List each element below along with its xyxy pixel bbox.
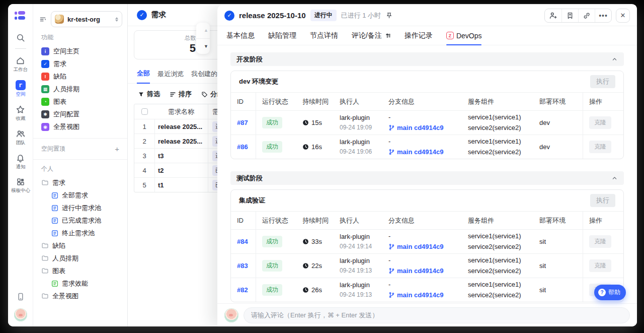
tree-item-全部需求[interactable]: 全部需求 bbox=[33, 189, 127, 202]
help-button[interactable]: ? 帮助 bbox=[594, 285, 626, 300]
run-id-link[interactable]: #87 bbox=[237, 119, 248, 126]
clone-button[interactable]: 克隆 bbox=[589, 141, 611, 153]
tree-item-进行中需求池[interactable]: 进行中需求池 bbox=[33, 202, 127, 214]
run-id-link[interactable]: #83 bbox=[237, 262, 248, 270]
sidebar-item-label: 空间配置 bbox=[53, 110, 79, 119]
module-icon: ◔ bbox=[41, 98, 49, 106]
clone-button[interactable]: 克隆 bbox=[589, 259, 611, 272]
tab-基本信息[interactable]: 基本信息 bbox=[226, 26, 255, 45]
rail-item-space[interactable]: r空间 bbox=[11, 80, 31, 97]
sidebar-item-人员排期[interactable]: ▦人员排期 bbox=[33, 83, 127, 95]
service-item: service2(service2) bbox=[468, 147, 533, 157]
branch-link[interactable]: main cd4914c9 bbox=[388, 290, 462, 300]
filter-button[interactable]: 筛选 bbox=[138, 90, 160, 99]
tree-item-已完成需求池[interactable]: 已完成需求池 bbox=[33, 214, 127, 227]
tab-操作记录[interactable]: 操作记录 bbox=[405, 26, 433, 45]
tree-item-label: 缺陷 bbox=[52, 241, 65, 250]
grid-icon bbox=[16, 177, 25, 186]
tab-我创建的[interactable]: 我创建的 bbox=[191, 70, 217, 83]
app-logo-icon[interactable] bbox=[15, 11, 27, 21]
tab-DevOps[interactable]: ZDevOps bbox=[446, 26, 482, 45]
tab-最近浏览[interactable]: 最近浏览 bbox=[157, 70, 184, 83]
sidebar-item-需求[interactable]: ✓需求 bbox=[33, 57, 127, 70]
tree-item-全景视图[interactable]: 全景视图 bbox=[33, 290, 127, 302]
row-number: 3 bbox=[134, 152, 154, 160]
col-header: 操作 bbox=[583, 93, 618, 110]
mobile-app-icon[interactable] bbox=[16, 292, 25, 301]
add-pin-button[interactable]: + bbox=[115, 145, 119, 153]
service-item: service2(service2) bbox=[468, 242, 533, 252]
add-member-icon[interactable] bbox=[545, 9, 561, 22]
select-all-checkbox[interactable] bbox=[141, 108, 148, 115]
tab-全部[interactable]: 全部 bbox=[137, 69, 150, 84]
service-item: service1(service1) bbox=[468, 231, 533, 241]
row-number: 1 bbox=[134, 123, 154, 130]
run-button[interactable]: 执行 bbox=[590, 75, 615, 88]
user-avatar[interactable] bbox=[14, 308, 27, 321]
tag-icon bbox=[201, 91, 208, 98]
chevron-up-icon[interactable] bbox=[611, 175, 618, 181]
clone-button[interactable]: 克隆 bbox=[589, 116, 611, 129]
branch-link[interactable]: main cd4914c9 bbox=[388, 147, 462, 157]
run-id-link[interactable]: #86 bbox=[237, 143, 248, 151]
sidebar-item-空间主页[interactable]: i空间主页 bbox=[33, 45, 127, 57]
executor-time: 09-24 19:13 bbox=[340, 290, 382, 300]
rail-item-favorites[interactable]: 收藏 bbox=[11, 105, 31, 121]
pipeline-run-row[interactable]: #86成功16slark-plugin09-24 19:06-main cd49… bbox=[231, 135, 623, 159]
clone-button[interactable]: 克隆 bbox=[589, 235, 611, 248]
module-icon: ▦ bbox=[41, 85, 49, 93]
stepper-up-icon[interactable]: ▲ bbox=[196, 23, 210, 38]
sidebar-item-label: 缺陷 bbox=[53, 72, 66, 81]
tree-item-缺陷[interactable]: 缺陷 bbox=[33, 239, 127, 252]
copy-link-icon[interactable] bbox=[578, 9, 595, 22]
tree-item-需求效能[interactable]: 需求效能 bbox=[33, 277, 127, 290]
pipeline-run-row[interactable]: #84成功33slark-plugin09-24 19:14-main cd49… bbox=[231, 229, 623, 253]
collapse-sidebar-icon[interactable] bbox=[39, 16, 47, 23]
success-badge: 成功 bbox=[262, 236, 282, 247]
bookmark-add-icon[interactable] bbox=[561, 9, 578, 22]
pipeline-run-row[interactable]: #87成功15slark-plugin09-24 19:09-main cd49… bbox=[231, 110, 623, 135]
sidebar-item-缺陷[interactable]: !缺陷 bbox=[33, 70, 127, 83]
services-cell: service1(service1)service2(service2) bbox=[462, 231, 533, 251]
sidebar-item-label: 图表 bbox=[53, 97, 66, 106]
more-icon[interactable]: ••• bbox=[595, 9, 611, 22]
branch-cell: -main cd4914c9 bbox=[382, 231, 462, 251]
sort-button[interactable]: 排序 bbox=[170, 90, 192, 99]
stage-header-测试阶段[interactable]: 测试阶段 bbox=[230, 171, 624, 185]
pin-icon[interactable] bbox=[385, 12, 393, 19]
search-icon[interactable] bbox=[16, 33, 25, 42]
branch-name: main cd4914c9 bbox=[397, 266, 444, 276]
sidebar-item-图表[interactable]: ◔图表 bbox=[33, 95, 127, 108]
executor-cell: lark-plugin09-24 19:06 bbox=[334, 137, 382, 157]
chevron-up-icon[interactable] bbox=[611, 56, 618, 62]
tree-item-人员排期[interactable]: 人员排期 bbox=[33, 252, 127, 264]
org-selector[interactable]: kr-test-org bbox=[51, 11, 122, 27]
tree-item-需求[interactable]: 需求 bbox=[33, 176, 127, 189]
rail-item-notifications[interactable]: 通知 bbox=[11, 153, 31, 169]
pipeline-run-row[interactable]: #83成功22slark-plugin09-24 19:13-main cd49… bbox=[231, 253, 623, 278]
pipeline-run-row[interactable]: #82成功26slark-plugin09-24 19:13-main cd49… bbox=[231, 278, 623, 302]
tab-缺陷管理[interactable]: 缺陷管理 bbox=[268, 26, 296, 45]
tab-评论/备注[interactable]: 评论/备注 bbox=[352, 26, 391, 45]
rail-item-templates[interactable]: 模板中心 bbox=[11, 177, 31, 193]
run-button[interactable]: 执行 bbox=[590, 194, 615, 207]
branch-link[interactable]: main cd4914c9 bbox=[388, 242, 462, 252]
run-id-link[interactable]: #82 bbox=[237, 286, 248, 294]
tab-节点详情[interactable]: 节点详情 bbox=[310, 26, 338, 45]
tree-item-图表[interactable]: 图表 bbox=[33, 264, 127, 277]
sidebar-item-空间配置[interactable]: ✱空间配置 bbox=[33, 108, 127, 120]
stage-header-开发阶段[interactable]: 开发阶段 bbox=[230, 52, 624, 66]
run-id-link[interactable]: #84 bbox=[237, 238, 248, 245]
rail-item-team[interactable]: 团队 bbox=[11, 129, 31, 145]
stepper-down-icon[interactable]: ▼ bbox=[196, 38, 210, 54]
branch-name: main cd4914c9 bbox=[397, 147, 444, 157]
sidebar-item-全景视图[interactable]: ◉全景视图 bbox=[33, 120, 127, 133]
tree-item-终止需求池[interactable]: 终止需求池 bbox=[33, 227, 127, 239]
comment-input[interactable] bbox=[244, 307, 630, 323]
close-button[interactable]: ✕ bbox=[616, 9, 630, 23]
rail-item-workbench[interactable]: 工作台 bbox=[11, 56, 31, 72]
branch-link[interactable]: main cd4914c9 bbox=[388, 123, 462, 133]
module-icon: i bbox=[41, 47, 49, 55]
rail-item-label: 工作台 bbox=[13, 67, 28, 72]
branch-link[interactable]: main cd4914c9 bbox=[388, 266, 462, 276]
